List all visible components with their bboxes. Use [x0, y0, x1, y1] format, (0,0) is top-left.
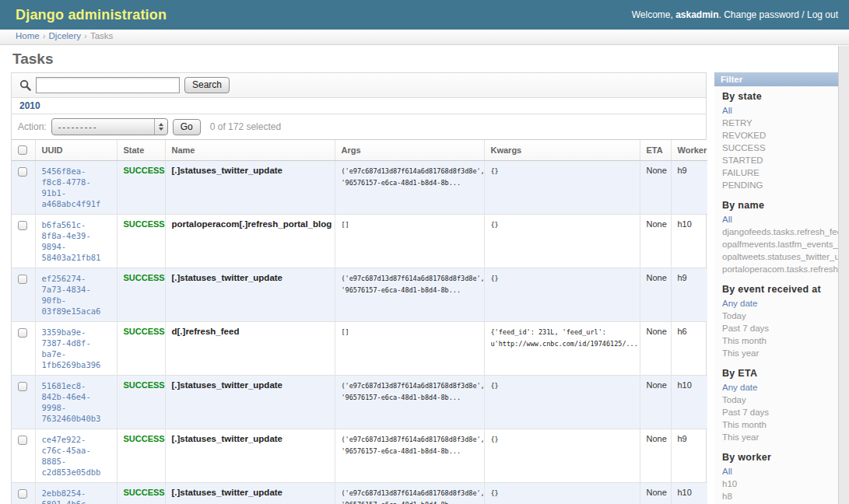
column-header-uuid[interactable]: UUID	[35, 140, 117, 161]
breadcrumb-link[interactable]: Djcelery	[49, 31, 82, 40]
task-eta: None	[640, 429, 671, 483]
search-icon	[19, 79, 31, 91]
row-checkbox[interactable]	[18, 436, 27, 445]
action-selected-option: ---------	[52, 122, 154, 131]
filter-section: By nameAlldjangofeeds.tasks.refresh_feed…	[722, 200, 838, 275]
filter-link[interactable]: All	[722, 106, 732, 115]
filter-link[interactable]: This year	[722, 432, 759, 442]
filter-link[interactable]: portaloperacom.tasks.refresh_portal	[722, 264, 838, 274]
filter-item: h8	[722, 490, 838, 502]
task-args: []	[335, 322, 484, 376]
task-state: SUCCESS	[117, 429, 165, 483]
welcome-text: Welcome,	[632, 9, 675, 20]
filter-item: PENDING	[722, 179, 838, 191]
task-uuid-link[interactable]: ef256274- 7a73-4834- 90fb- 03f89e15aca6	[42, 273, 111, 317]
task-args: ('e97c687d13d87f614a6d81768d8f3d8e', '96…	[335, 429, 484, 483]
task-uuid-link[interactable]: 51681ec8- 842b-46e4- 9998- 7632460b40b3	[42, 380, 111, 424]
filter-link[interactable]: PENDING	[722, 180, 763, 190]
column-header-state[interactable]: State	[117, 140, 165, 161]
task-uuid-link[interactable]: b6fa561c- 8f8a-4e39- 9894- 58403a21fb81	[42, 219, 111, 263]
search-button[interactable]: Search	[184, 77, 230, 93]
row-checkbox[interactable]	[18, 221, 27, 230]
filter-link[interactable]: SUCCESS	[722, 143, 766, 152]
result-table: UUIDStateNameArgsKwargsETAWorker 5456f8e…	[12, 140, 707, 504]
task-state: SUCCESS	[117, 268, 165, 322]
filter-link[interactable]: h8	[722, 492, 732, 501]
site-branding[interactable]: Django administration	[16, 7, 167, 23]
task-uuid-link[interactable]: ce47e922- c76c-45aa- 8885- c2d853e05dbb	[42, 434, 111, 478]
task-kwargs: {}	[484, 161, 640, 215]
filter-link[interactable]: Past 7 days	[722, 408, 769, 417]
user-tools: Welcome, askadmin. Change password / Log…	[632, 9, 838, 20]
table-row: ef256274- 7a73-4834- 90fb- 03f89e15aca6S…	[12, 268, 707, 322]
date-hierarchy-year-link[interactable]: 2010	[19, 100, 40, 111]
row-checkbox[interactable]	[18, 167, 27, 177]
filter-link[interactable]: FAILURE	[722, 168, 760, 177]
select-all-header	[12, 140, 35, 161]
breadcrumb-link[interactable]: Home	[16, 31, 40, 40]
column-header-eta[interactable]: ETA	[640, 140, 671, 161]
column-header-kwargs[interactable]: Kwargs	[484, 140, 640, 161]
filter-item: opaltweets.statuses_twitter_update	[722, 250, 838, 263]
action-select[interactable]: ---------	[51, 118, 168, 135]
task-uuid-link[interactable]: 5456f8ea- f8c8-4778- 91b1- a468abc4f91f	[42, 166, 111, 209]
task-worker: h10	[671, 376, 707, 429]
logout-link[interactable]: Log out	[807, 9, 838, 20]
task-uuid-link[interactable]: 3359ba9e- 7387-4d8f- ba7e- 1fb6269ba396	[42, 327, 111, 370]
filter-link[interactable]: REVOKED	[722, 131, 766, 140]
filter-item: STARTED	[722, 154, 838, 166]
filter-link[interactable]: This month	[722, 420, 767, 429]
task-worker: h6	[671, 322, 707, 376]
changelist: Search 2010 Action: --------- Go 0 of 17…	[11, 72, 707, 504]
filter-link[interactable]: djangofeeds.tasks.refresh_feed	[722, 227, 838, 236]
task-args: ('e97c687d13d87f614a6d81768d8f3d8e', '96…	[335, 268, 484, 322]
row-checkbox[interactable]	[18, 489, 27, 499]
filter-link[interactable]: Today	[722, 395, 746, 404]
filter-heading: By ETA	[722, 368, 838, 379]
filter-item: Today	[722, 394, 838, 406]
filter-link[interactable]: Past 7 days	[722, 324, 769, 333]
filter-item: Any date	[722, 297, 838, 310]
scrollbar-track[interactable]	[838, 46, 849, 504]
task-kwargs: {}	[484, 376, 640, 429]
filter-link[interactable]: This month	[722, 336, 767, 345]
task-name: d[.]refresh_feed	[165, 322, 335, 376]
filter-link[interactable]: Today	[722, 311, 746, 320]
filter-item: All	[722, 213, 838, 226]
column-header-worker[interactable]: Worker	[671, 140, 707, 161]
filter-link[interactable]: opalfmevents.lastfm_events_update	[722, 240, 838, 249]
task-args: ('e97c687d13d87f614a6d81768d8f3d8e', '96…	[335, 376, 484, 429]
select-all-checkbox[interactable]	[18, 145, 27, 155]
filter-link[interactable]: h10	[722, 479, 737, 488]
go-button[interactable]: Go	[173, 119, 201, 135]
task-uuid-link[interactable]: 2ebb8254- 6891-4b6c- a0e7- fab8840488e7	[42, 488, 111, 504]
task-name: [.]statuses_twitter_update	[165, 161, 335, 215]
filter-section: By ETAAny dateTodayPast 7 daysThis month…	[722, 368, 838, 443]
page-title: Tasks	[12, 51, 838, 68]
column-header-name[interactable]: Name	[165, 140, 335, 161]
filter-item: SUCCESS	[722, 142, 838, 154]
actions-bar: Action: --------- Go 0 of 172 selected	[12, 114, 706, 140]
date-hierarchy: 2010	[12, 98, 706, 114]
row-checkbox[interactable]	[18, 275, 27, 284]
filter-link[interactable]: Any date	[722, 299, 757, 308]
row-checkbox[interactable]	[18, 382, 27, 391]
task-kwargs: {}	[484, 268, 640, 322]
row-checkbox[interactable]	[18, 328, 27, 338]
filter-item: This month	[722, 418, 838, 431]
filter-link[interactable]: All	[722, 215, 732, 224]
filter-link[interactable]: Any date	[722, 383, 757, 392]
filter-link[interactable]: This year	[722, 348, 759, 358]
filter-link[interactable]: opaltweets.statuses_twitter_update	[722, 252, 838, 261]
filter-link[interactable]: STARTED	[722, 156, 763, 165]
change-password-link[interactable]: Change password	[724, 9, 799, 20]
filter-heading: By state	[722, 91, 838, 102]
filter-link[interactable]: RETRY	[722, 118, 753, 128]
action-label: Action:	[18, 121, 47, 132]
search-input[interactable]	[36, 77, 180, 93]
task-args: []	[335, 215, 484, 268]
filter-item: RETRY	[722, 117, 838, 129]
column-header-args[interactable]: Args	[335, 140, 484, 161]
filter-link[interactable]: All	[722, 467, 732, 476]
task-state: SUCCESS	[117, 215, 165, 268]
